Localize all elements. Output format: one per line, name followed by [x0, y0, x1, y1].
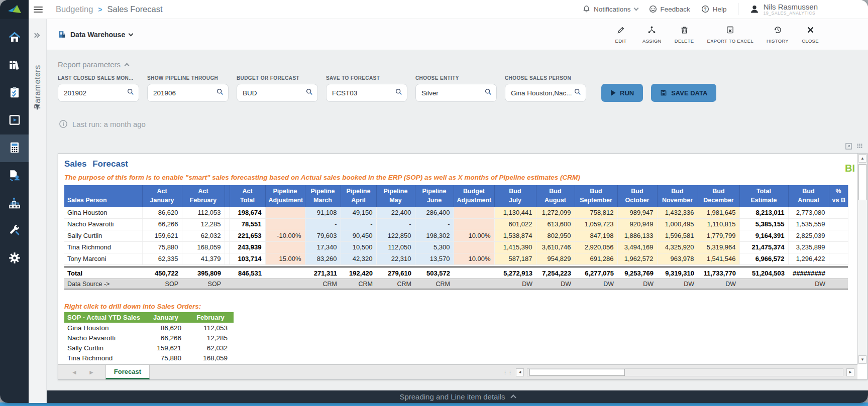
tab-forecast[interactable]: Forecast	[105, 365, 150, 379]
cell[interactable]: 3,610,746	[536, 241, 575, 253]
cell[interactable]: 168,059	[182, 241, 225, 253]
cell[interactable]: 12,285	[182, 218, 225, 230]
grid-view-icon[interactable]	[856, 143, 864, 150]
cell[interactable]	[225, 267, 230, 279]
breadcrumb-section[interactable]: Budgeting	[56, 5, 93, 14]
cell[interactable]: 221,653	[230, 230, 265, 241]
toolbar-action-delete[interactable]: DELETE	[675, 26, 694, 44]
cell[interactable]: 1,541,546	[698, 253, 739, 264]
cell[interactable]	[265, 218, 305, 230]
cell[interactable]	[454, 218, 494, 230]
sidebar-item-tools[interactable]	[0, 217, 29, 245]
cell[interactable]: 802,950	[536, 230, 575, 241]
scroll-up-button[interactable]: ▲	[858, 154, 866, 163]
cell[interactable]: 450,722	[142, 267, 182, 279]
cell[interactable]: Sally Curtlin	[64, 230, 142, 241]
cell[interactable]: Sally Curtlin	[64, 343, 144, 353]
cell[interactable]: 91,108	[305, 207, 341, 218]
cell[interactable]: 2,773,080	[788, 207, 829, 218]
cell[interactable]: 954,829	[536, 253, 575, 264]
splitter-handle[interactable]: ⋮⋮	[503, 370, 513, 375]
scroll-down-button[interactable]: ▼	[858, 355, 866, 364]
cell[interactable]: 42,320	[341, 253, 376, 264]
user-menu[interactable]: Nils Rasmussen 19_SALES_ANALYTICS	[749, 3, 818, 16]
cell[interactable]: 758,812	[575, 207, 617, 218]
cell[interactable]: 613,600	[536, 218, 575, 230]
cell[interactable]: 168,059	[187, 353, 234, 363]
show-pipeline-through-input[interactable]	[153, 89, 216, 97]
feedback-button[interactable]: Feedback	[649, 5, 690, 13]
cell[interactable]: 1,596,581	[657, 230, 698, 241]
cell[interactable]: 51,204,503	[739, 267, 788, 279]
cell[interactable]: 847,198	[575, 230, 617, 241]
search-icon[interactable]	[127, 88, 135, 98]
cell[interactable]: 22,400	[376, 207, 415, 218]
cell[interactable]	[225, 230, 230, 241]
cell[interactable]: 920,949	[617, 218, 657, 230]
cell[interactable]: 1,415,390	[494, 241, 536, 253]
cell[interactable]: Gina Houston	[64, 207, 142, 218]
cell[interactable]: 122,850	[376, 230, 415, 241]
cell[interactable]: 11,733,770	[698, 267, 739, 279]
cell[interactable]: 7,254,223	[536, 267, 575, 279]
search-icon[interactable]	[574, 88, 582, 98]
scroll-right-button[interactable]: ►	[846, 368, 854, 376]
cell[interactable]: 3,494,169	[617, 241, 657, 253]
search-icon[interactable]	[395, 88, 403, 98]
cell[interactable]: 1,886,133	[617, 230, 657, 241]
cell[interactable]: 2,825,039	[788, 230, 829, 241]
cell[interactable]	[265, 207, 305, 218]
cell[interactable]: 691,286	[575, 253, 617, 264]
cell[interactable]: Tony Marconi	[64, 253, 142, 264]
cell[interactable]: 1,059,723	[575, 218, 617, 230]
cell[interactable]: 5,300	[415, 241, 454, 253]
cell[interactable]	[265, 241, 305, 253]
cell[interactable]: 22,310	[376, 253, 415, 264]
cell[interactable]	[225, 253, 230, 264]
cell[interactable]: 1,296,422	[788, 253, 829, 264]
save-data-button[interactable]: SAVE DATA	[651, 84, 716, 102]
cell[interactable]: 279,610	[376, 267, 415, 279]
cell[interactable]: Gina Houston	[64, 323, 144, 333]
cell[interactable]: 1,130,441	[494, 207, 536, 218]
cell[interactable]: 10,500	[341, 241, 376, 253]
cell[interactable]: 1,538,874	[494, 230, 536, 241]
cell[interactable]: -	[305, 218, 341, 230]
cell[interactable]: 271,311	[305, 267, 341, 279]
cell[interactable]: 86,620	[144, 323, 187, 333]
cell[interactable]: Total	[64, 267, 142, 279]
cell[interactable]: 41,379	[182, 253, 225, 264]
cell[interactable]	[829, 253, 848, 264]
search-icon[interactable]	[484, 88, 492, 98]
search-icon[interactable]	[216, 88, 224, 98]
cell[interactable]	[829, 218, 848, 230]
cell[interactable]: 198,674	[230, 207, 265, 218]
save-to-forecast-input[interactable]	[332, 89, 395, 97]
sidebar-item-home[interactable]	[0, 24, 29, 52]
cell[interactable]: 112,053	[182, 207, 225, 218]
cell[interactable]: Nacho Pavarotti	[64, 333, 144, 343]
horizontal-scrollbar[interactable]	[527, 368, 843, 376]
cell[interactable]: 6,966,572	[739, 253, 788, 264]
expand-panel-icon[interactable]	[33, 30, 39, 39]
cell[interactable]: 1,110,815	[698, 218, 739, 230]
sidebar-item-settings[interactable]	[0, 245, 29, 273]
choose-entity-input[interactable]	[421, 89, 484, 97]
cell[interactable]: 1,779,799	[698, 230, 739, 241]
prev-sheet-icon[interactable]: ◄	[71, 369, 77, 376]
toolbar-action-assign[interactable]: ASSIGN	[642, 26, 662, 44]
cell[interactable]: 5,319,964	[698, 241, 739, 253]
help-button[interactable]: ? Help	[701, 5, 727, 13]
cell[interactable]: 9,253,769	[617, 267, 657, 279]
cell[interactable]	[225, 218, 230, 230]
sidebar-item-processes[interactable]	[0, 190, 29, 217]
cell[interactable]: 1,272,099	[536, 207, 575, 218]
cell[interactable]	[829, 241, 848, 253]
cell[interactable]: 75,880	[142, 241, 182, 253]
cell[interactable]: -	[376, 218, 415, 230]
report-parameters-toggle[interactable]: Report parameters	[58, 60, 129, 69]
cell[interactable]: 159,621	[144, 343, 187, 353]
notifications-button[interactable]: Notifications	[583, 5, 638, 13]
cell[interactable]: -10.00%	[265, 230, 305, 241]
cell[interactable]: 601,022	[494, 218, 536, 230]
